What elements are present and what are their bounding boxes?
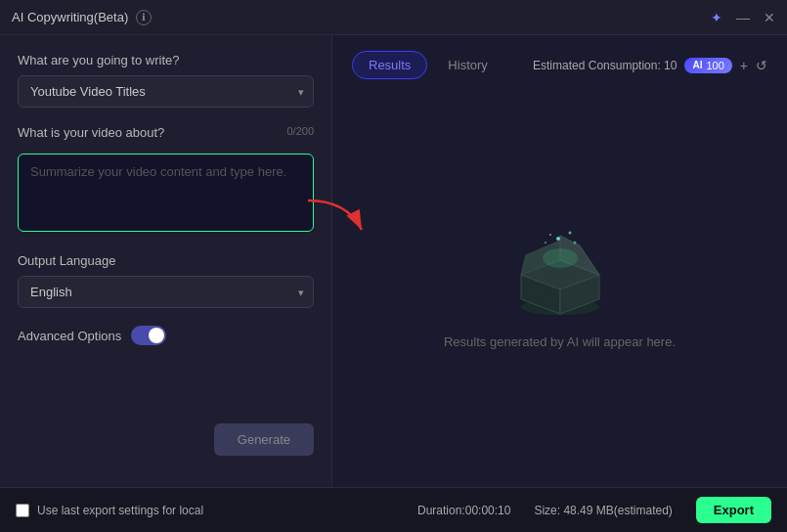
footer: Use last export settings for local Durat…	[0, 487, 787, 532]
advanced-options-row: Advanced Options	[18, 326, 314, 345]
export-settings-label: Use last export settings for local	[37, 504, 203, 517]
main-content: What are you going to write? Youtube Vid…	[0, 35, 787, 487]
file-size: Size: 48.49 MB(estimated)	[534, 504, 672, 517]
output-lang-label: Output Language	[18, 253, 314, 268]
consumption-area: Estimated Consumption: 10 AI 100 + ↺	[533, 58, 767, 73]
app-title: AI Copywriting(Beta)	[12, 10, 128, 24]
estimated-consumption: Estimated Consumption: 10	[533, 59, 677, 72]
refresh-icon[interactable]: ↺	[756, 58, 767, 73]
video-about-input[interactable]	[18, 154, 314, 232]
title-bar-left: AI Copywriting(Beta) ℹ	[12, 10, 152, 25]
duration: Duration:00:00:10	[417, 504, 510, 517]
svg-point-10	[549, 234, 551, 236]
video-about-wrapper	[18, 154, 314, 236]
right-header: Results History Estimated Consumption: 1…	[352, 51, 767, 79]
minimize-icon[interactable]: —	[736, 10, 750, 25]
generate-button[interactable]: Generate	[214, 423, 314, 456]
advanced-options-toggle[interactable]	[131, 326, 166, 345]
export-settings-checkbox[interactable]	[16, 504, 29, 517]
ai-label: AI	[692, 60, 702, 70]
video-about-label: What is your video about?	[18, 125, 164, 140]
info-icon[interactable]: ℹ	[136, 10, 152, 25]
footer-left: Use last export settings for local	[16, 504, 203, 517]
tab-results[interactable]: Results	[352, 51, 427, 79]
window-controls: ✦ — ✕	[711, 10, 775, 25]
right-panel: Results History Estimated Consumption: 1…	[332, 35, 787, 487]
tabs: Results History	[352, 51, 504, 79]
output-lang-wrapper: English Spanish French German Chinese ▾	[18, 276, 314, 308]
close-icon[interactable]: ✕	[764, 10, 775, 25]
ai-badge: AI 100	[684, 58, 731, 73]
svg-point-11	[573, 242, 576, 244]
write-type-wrapper: Youtube Video Titles Blog Post Product D…	[18, 75, 314, 108]
footer-right: Duration:00:00:10 Size: 48.49 MB(estimat…	[417, 497, 771, 523]
svg-point-9	[568, 232, 571, 235]
export-button[interactable]: Export	[696, 497, 771, 523]
add-credits-icon[interactable]: +	[740, 58, 748, 73]
empty-state-text: Results generated by AI will appear here…	[444, 334, 676, 349]
credits-count: 100	[706, 60, 723, 71]
empty-state-illustration	[502, 221, 619, 319]
output-lang-select[interactable]: English Spanish French German Chinese	[18, 276, 314, 308]
write-label: What are you going to write?	[18, 53, 314, 67]
left-panel: What are you going to write? Youtube Vid…	[0, 35, 332, 487]
svg-point-7	[543, 248, 578, 268]
results-area: Results generated by AI will appear here…	[352, 99, 767, 471]
write-type-select[interactable]: Youtube Video Titles Blog Post Product D…	[18, 75, 314, 108]
char-count: 0/200	[286, 125, 314, 148]
star-icon[interactable]: ✦	[711, 10, 722, 25]
title-bar: AI Copywriting(Beta) ℹ ✦ — ✕	[0, 0, 787, 35]
generate-btn-wrapper: Generate	[18, 423, 314, 456]
advanced-options-label: Advanced Options	[18, 329, 121, 343]
svg-point-12	[545, 242, 547, 244]
svg-point-8	[556, 237, 560, 241]
tab-history[interactable]: History	[431, 51, 503, 79]
